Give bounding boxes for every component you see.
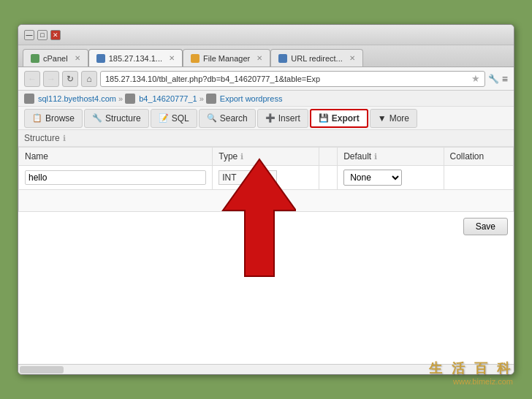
search-label: Search — [220, 113, 248, 123]
urlredirect-tab-icon — [278, 54, 287, 63]
structure-tab[interactable]: 🔧 Structure — [84, 109, 149, 128]
wrench-icon[interactable]: 🔧 — [488, 74, 499, 84]
export-label: Export — [332, 113, 360, 123]
type-info-icon[interactable]: ℹ — [240, 152, 243, 161]
content-area: Structure ℹ Name Type ℹ — [18, 130, 514, 364]
close-button[interactable]: ✕ — [50, 30, 61, 40]
structure-header-label: Structure — [24, 133, 60, 143]
save-button[interactable]: Save — [463, 218, 508, 235]
table-row: INT None CURRENT_TIMESTAMP NULL as defin… — [19, 166, 514, 190]
structure-label: Structure — [105, 113, 141, 123]
sql-tab[interactable]: 📝 SQL — [151, 109, 197, 128]
watermark: 生 活 百 科 www.bimeiz.com — [429, 360, 513, 386]
watermark-url: www.bimeiz.com — [453, 377, 513, 386]
sql-icon: 📝 — [159, 113, 169, 123]
cell-length — [319, 166, 337, 190]
default-info-icon[interactable]: ℹ — [374, 152, 377, 161]
col-default: Default ℹ — [338, 148, 444, 166]
tab-urlredirect-close[interactable]: ✕ — [349, 54, 355, 62]
col-length — [319, 148, 337, 166]
insert-label: Insert — [278, 113, 300, 123]
browse-tab[interactable]: 📋 Browse — [24, 109, 83, 128]
tab-phpmyadmin-close[interactable]: ✕ — [169, 54, 175, 62]
breadcrumb-db[interactable]: b4_14620777_1 — [139, 94, 197, 103]
menu-icon[interactable]: ≡ — [502, 73, 508, 85]
breadcrumb-sep-2: » — [200, 94, 204, 103]
back-button[interactable]: ← — [24, 71, 40, 87]
save-button-row: Save — [18, 212, 514, 241]
forward-button[interactable]: → — [43, 71, 59, 87]
scrollbar-thumb[interactable] — [20, 366, 64, 373]
watermark-chinese: 生 活 百 科 — [429, 360, 513, 377]
insert-tab[interactable]: ➕ Insert — [257, 109, 308, 128]
breadcrumb-icon — [24, 94, 34, 104]
url-text: 185.27.134.10/tbl_alter.php?db=b4_146207… — [105, 75, 468, 83]
reload-button[interactable]: ↻ — [62, 71, 78, 87]
filemanager-tab-icon — [191, 54, 200, 63]
tab-phpmyadmin[interactable]: 185.27.134.1... ✕ — [88, 49, 183, 66]
tab-filemanager-close[interactable]: ✕ — [256, 54, 262, 62]
col-collation: Collation — [444, 148, 514, 166]
browser-window: — □ ✕ cPanel ✕ 185.27.134.1... ✕ File Ma… — [18, 24, 514, 375]
tab-bar: cPanel ✕ 185.27.134.1... ✕ File Manager … — [18, 45, 514, 67]
cell-default: None CURRENT_TIMESTAMP NULL as defined — [338, 166, 444, 190]
minimize-button[interactable]: — — [24, 30, 34, 40]
cell-collation — [444, 166, 514, 190]
type-display: INT — [218, 170, 277, 185]
search-tab[interactable]: 🔍 Search — [199, 109, 256, 128]
structure-info-icon[interactable]: ℹ — [63, 134, 66, 143]
cpanel-tab-icon — [31, 54, 39, 63]
breadcrumb-db-icon — [125, 94, 135, 104]
home-button[interactable]: ⌂ — [81, 71, 97, 87]
breadcrumb-host[interactable]: sql112.byethost4.com — [38, 94, 116, 103]
table-container: Name Type ℹ Default ℹ Collation — [18, 147, 514, 212]
breadcrumb: sql112.byethost4.com » b4_14620777_1 » E… — [18, 91, 514, 107]
tab-cpanel-close[interactable]: ✕ — [75, 54, 80, 62]
breadcrumb-table-icon — [206, 94, 216, 104]
tab-urlredirect-label: URL redirect... — [291, 54, 343, 63]
tab-filemanager-label: File Manager — [203, 54, 250, 63]
insert-icon: ➕ — [265, 113, 276, 123]
col-name: Name — [19, 148, 213, 166]
breadcrumb-sep-1: » — [118, 94, 123, 103]
browse-label: Browse — [45, 113, 75, 123]
col-type: Type ℹ — [213, 148, 319, 166]
title-bar: — □ ✕ — [18, 25, 514, 45]
export-tab[interactable]: 💾 Export — [310, 109, 368, 128]
browse-icon: 📋 — [32, 113, 42, 123]
maximize-button[interactable]: □ — [37, 30, 48, 40]
more-arrow-icon: ▼ — [378, 113, 387, 123]
cell-name — [19, 166, 213, 190]
phpmyadmin-tab-icon — [96, 54, 105, 63]
url-input[interactable]: 185.27.134.10/tbl_alter.php?db=b4_146207… — [100, 71, 485, 87]
empty-row — [19, 190, 514, 212]
default-select[interactable]: None CURRENT_TIMESTAMP NULL as defined — [343, 170, 402, 186]
data-table: Name Type ℹ Default ℹ Collation — [18, 147, 514, 212]
tab-phpmyadmin-label: 185.27.134.1... — [109, 54, 162, 63]
more-label: More — [390, 113, 409, 123]
structure-icon: 🔧 — [92, 113, 102, 123]
breadcrumb-table[interactable]: Export wordpress — [220, 94, 283, 103]
sql-label: SQL — [172, 113, 189, 123]
cell-type: INT — [213, 166, 319, 190]
bookmark-icon[interactable]: ★ — [471, 73, 480, 84]
structure-header: Structure ℹ — [18, 130, 514, 147]
tab-filemanager[interactable]: File Manager ✕ — [183, 49, 270, 66]
pma-toolbar: 📋 Browse 🔧 Structure 📝 SQL 🔍 Search ➕ In… — [18, 107, 514, 130]
tab-cpanel-label: cPanel — [43, 54, 68, 63]
address-bar: ← → ↻ ⌂ 185.27.134.10/tbl_alter.php?db=b… — [18, 67, 514, 91]
export-icon: 💾 — [319, 113, 329, 123]
table-header-row: Name Type ℹ Default ℹ Collation — [19, 148, 514, 166]
more-button[interactable]: ▼ More — [370, 109, 417, 128]
name-input[interactable] — [25, 170, 206, 185]
tab-cpanel[interactable]: cPanel ✕ — [23, 49, 88, 66]
window-controls: — □ ✕ — [24, 30, 61, 40]
search-icon: 🔍 — [207, 113, 217, 123]
tab-urlredirect[interactable]: URL redirect... ✕ — [270, 49, 363, 66]
